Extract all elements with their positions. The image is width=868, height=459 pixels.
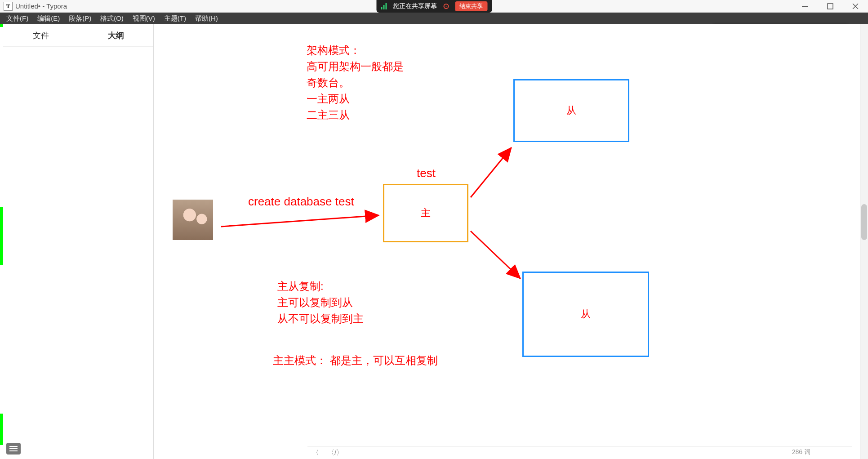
editor-area[interactable]: 架构模式： 高可用架构一般都是 奇数台。 一主两从 二主三从 create da…	[154, 24, 860, 459]
signal-icon	[381, 3, 387, 9]
svg-rect-7	[9, 450, 18, 451]
svg-line-10	[471, 231, 520, 278]
edge-accent	[0, 207, 3, 265]
status-bar: 〈 〈/〉	[307, 446, 852, 459]
menu-format[interactable]: 格式(O)	[96, 13, 128, 24]
diagram-canvas: 架构模式： 高可用架构一般都是 奇数台。 一主两从 二主三从 create da…	[154, 24, 860, 459]
menu-theme[interactable]: 主题(T)	[160, 13, 191, 24]
svg-rect-5	[9, 446, 18, 447]
close-button[interactable]	[843, 0, 868, 13]
title-bar: T Untitled• - Typora 您正在共享屏幕 结束共享	[0, 0, 868, 13]
vertical-scrollbar[interactable]	[860, 24, 868, 459]
menu-para[interactable]: 段落(P)	[64, 13, 96, 24]
menu-file[interactable]: 文件(F)	[2, 13, 33, 24]
sidebar: 文件 大纲	[3, 24, 154, 459]
svg-line-9	[471, 148, 511, 197]
record-icon	[443, 4, 449, 9]
back-icon[interactable]: 〈	[312, 448, 319, 458]
svg-rect-6	[9, 448, 18, 449]
word-count: 286 词	[792, 448, 810, 456]
svg-rect-0	[802, 6, 808, 7]
code-mode-icon[interactable]: 〈/〉	[327, 448, 343, 458]
menu-bar: 文件(F) 编辑(E) 段落(P) 格式(O) 视图(V) 主题(T) 帮助(H…	[0, 13, 868, 24]
window-title: Untitled• - Typora	[15, 2, 67, 10]
minimize-button[interactable]	[792, 0, 818, 13]
sidebar-tab-files[interactable]: 文件	[3, 24, 78, 46]
end-share-button[interactable]: 结束共享	[455, 1, 487, 11]
text-replication: 主从复制: 主可以复制到从 从不可以复制到主	[277, 278, 364, 327]
maximize-button[interactable]	[818, 0, 843, 13]
menu-help[interactable]: 帮助(H)	[191, 13, 223, 24]
menu-view[interactable]: 视图(V)	[128, 13, 160, 24]
menu-edit[interactable]: 编辑(E)	[33, 13, 64, 24]
svg-rect-1	[828, 4, 833, 9]
sidebar-toggle-button[interactable]	[6, 443, 21, 455]
app-icon: T	[4, 2, 13, 11]
share-status-text: 您正在共享屏幕	[393, 2, 437, 10]
sidebar-tab-outline[interactable]: 大纲	[78, 24, 153, 46]
scrollbar-thumb[interactable]	[861, 204, 867, 240]
svg-line-8	[221, 215, 378, 227]
sidebar-tabs: 文件 大纲	[3, 24, 153, 47]
arrows-svg	[154, 24, 860, 459]
edge-accent	[0, 414, 3, 445]
window-controls	[792, 0, 868, 13]
screen-share-pill[interactable]: 您正在共享屏幕 结束共享	[376, 0, 492, 13]
text-master-master: 主主模式： 都是主，可以互相复制	[273, 352, 438, 369]
